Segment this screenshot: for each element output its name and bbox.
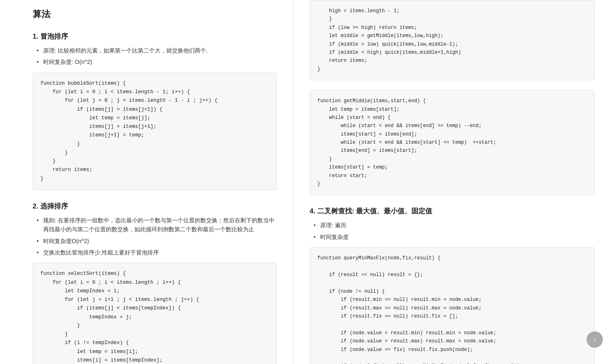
bullet-item: 时间复杂度O(n^2) (37, 237, 277, 246)
page-title: 算法 (33, 8, 277, 20)
section2-title: 2. 选择排序 (33, 202, 277, 211)
bullet-item: 原理: 比较相邻的元素，如果第一个比第二个大，就交换他们两个. (37, 46, 277, 55)
get-middle-code: function getMiddle(items,start,end) { le… (310, 90, 595, 195)
left-column: 算法 1. 冒泡排序 原理: 比较相邻的元素，如果第一个比第二个大，就交换他们两… (0, 0, 293, 364)
section2-bullets: 规则: 在要排序的一组数中，选出最小的一个数与第一个位置的数交换；然后在剩下的数… (33, 216, 277, 257)
bullet-item: 交换次数比冒泡排序少,性能上要好于冒泡排序 (37, 248, 277, 257)
bullet-item: 原理: 遍历 (314, 221, 595, 230)
section4-bullets: 原理: 遍历 时间复杂度 (310, 221, 595, 241)
section4-title: 4. 二叉树查找: 最大值、最小值、固定值 (310, 206, 595, 216)
right-column: high = items.length - 1; } if (low >= hi… (293, 0, 611, 364)
section1-title: 1. 冒泡排序 (33, 32, 277, 41)
bullet-item: 时间复杂度 (314, 232, 595, 241)
quick-sort-code-cont: high = items.length - 1; } if (low >= hi… (310, 0, 595, 80)
bullet-item: 时间复杂度: O(n^2) (37, 57, 277, 66)
bubble-sort-code: function bubbleSort(items) { for (let i … (33, 72, 277, 190)
back-to-top-icon: ↑ (593, 335, 597, 344)
select-sort-code: function selectSort(items) { for (let i … (33, 263, 277, 364)
section-bst-query: 4. 二叉树查找: 最大值、最小值、固定值 原理: 遍历 时间复杂度 funct… (310, 206, 595, 364)
section-bubble-sort: 1. 冒泡排序 原理: 比较相邻的元素，如果第一个比第二个大，就交换他们两个. … (33, 32, 277, 190)
back-to-top-button[interactable]: ↑ (587, 331, 603, 348)
section-select-sort: 2. 选择排序 规则: 在要排序的一组数中，选出最小的一个数与第一个位置的数交换… (33, 202, 277, 364)
section1-bullets: 原理: 比较相邻的元素，如果第一个比第二个大，就交换他们两个. 时间复杂度: O… (33, 46, 277, 67)
query-min-max-code: function queryMinMaxFix(node,fix,result)… (310, 247, 595, 364)
page-container: 算法 1. 冒泡排序 原理: 比较相邻的元素，如果第一个比第二个大，就交换他们两… (0, 0, 611, 364)
bullet-item: 规则: 在要排序的一组数中，选出最小的一个数与第一个位置的数交换；然后在剩下的数… (37, 216, 277, 234)
